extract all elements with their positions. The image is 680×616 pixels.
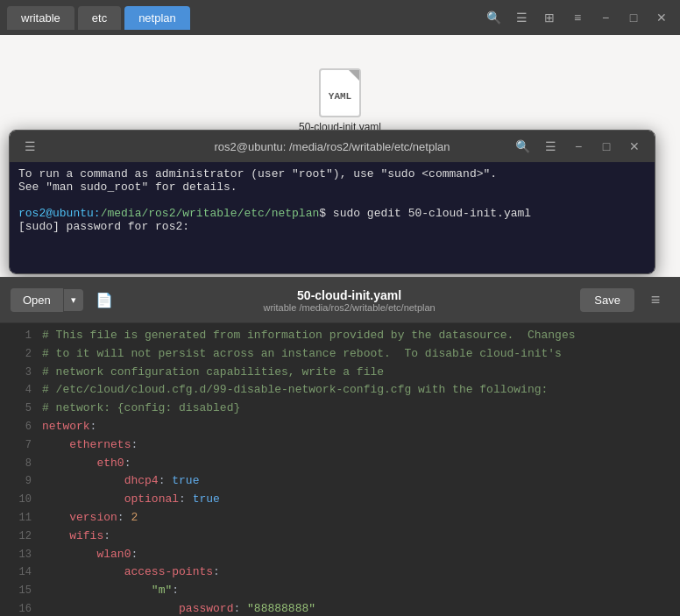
code-line-10: 10 optional: true xyxy=(0,491,680,509)
code-line-6: 6 network: xyxy=(0,418,680,436)
fm-close-btn[interactable]: ✕ xyxy=(650,6,673,29)
fm-search-btn[interactable]: 🔍 xyxy=(482,6,505,29)
open-button[interactable]: Open xyxy=(11,288,63,312)
open-button-group: Open ▾ xyxy=(11,288,83,312)
open-dropdown-btn[interactable]: ▾ xyxy=(63,289,83,311)
terminal-path: /media/ros2/writable/etc/netplan xyxy=(101,207,320,220)
terminal-prompt: ros2@ubuntu: xyxy=(18,207,101,220)
code-line-7: 7 ethernets: xyxy=(0,436,680,455)
code-line-13: 13 wlan0: xyxy=(0,546,680,564)
terminal-hamburger-btn[interactable]: ☰ xyxy=(539,135,562,158)
editor-title-area: 50-cloud-init.yaml writable /media/ros2/… xyxy=(263,288,435,313)
terminal-line-2: See "man sudo_root" for details. xyxy=(18,181,646,194)
fm-maximize-btn[interactable]: □ xyxy=(622,6,645,29)
fm-grid-btn[interactable]: ⊞ xyxy=(538,6,561,29)
code-line-15: 15 "m": xyxy=(0,582,680,600)
terminal-maximize-btn[interactable]: □ xyxy=(595,135,618,158)
terminal-line-4: ros2@ubuntu:/media/ros2/writable/etc/net… xyxy=(18,207,646,220)
terminal-left-controls: ☰ xyxy=(18,135,41,158)
fm-minimize-btn[interactable]: − xyxy=(594,6,617,29)
terminal-line-3 xyxy=(18,194,646,207)
editor-content[interactable]: 1 # This file is generated from informat… xyxy=(0,323,680,616)
code-line-4: 4 # /etc/cloud/cloud.cfg.d/99-disable-ne… xyxy=(0,381,680,400)
terminal-right-controls: 🔍 ☰ − □ ✕ xyxy=(511,135,646,158)
yaml-icon: YAML xyxy=(319,68,361,117)
tab-netplan[interactable]: netplan xyxy=(124,6,190,30)
editor-window: Open ▾ 📄 50-cloud-init.yaml writable /me… xyxy=(0,277,680,616)
code-line-11: 11 version: 2 xyxy=(0,509,680,527)
code-line-12: 12 wifis: xyxy=(0,527,680,546)
editor-toolbar: Open ▾ 📄 50-cloud-init.yaml writable /me… xyxy=(0,278,680,323)
fm-menu-btn[interactable]: ≡ xyxy=(566,6,589,29)
save-button[interactable]: Save xyxy=(580,288,634,312)
code-line-14: 14 access-points: xyxy=(0,563,680,582)
code-line-5: 5 # network: {config: disabled} xyxy=(0,400,680,418)
editor-filepath: writable /media/ros2/writable/etc/netpla… xyxy=(263,302,435,313)
terminal-window: ☰ ros2@ubuntu: /media/ros2/writable/etc/… xyxy=(9,130,655,274)
code-line-2: 2 # to it will not persist across an ins… xyxy=(0,345,680,364)
code-line-3: 3 # network configuration capabilities, … xyxy=(0,364,680,382)
code-line-16: 16 password: "88888888" xyxy=(0,600,680,616)
file-manager-titlebar: writable etc netplan 🔍 ☰ ⊞ ≡ − □ ✕ xyxy=(0,0,680,35)
terminal-line-1: To run a command as administrator (user … xyxy=(18,167,646,181)
editor-filename: 50-cloud-init.yaml xyxy=(263,288,435,302)
terminal-line-5: [sudo] password for ros2: xyxy=(18,220,646,233)
terminal-close-btn[interactable]: ✕ xyxy=(623,135,646,158)
terminal-menu-icon[interactable]: ☰ xyxy=(18,135,41,158)
tab-writable[interactable]: writable xyxy=(7,6,74,30)
code-line-1: 1 # This file is generated from informat… xyxy=(0,327,680,345)
code-line-9: 9 dhcp4: true xyxy=(0,472,680,491)
code-line-8: 8 eth0: xyxy=(0,455,680,473)
fm-list-btn[interactable]: ☰ xyxy=(510,6,533,29)
terminal-body[interactable]: To run a command as administrator (user … xyxy=(10,162,655,273)
editor-toolbar-left: Open ▾ 📄 xyxy=(11,287,118,315)
terminal-title: ros2@ubuntu: /media/ros2/writable/etc/ne… xyxy=(214,140,450,153)
editor-toolbar-right: Save ≡ xyxy=(580,287,669,315)
tab-etc[interactable]: etc xyxy=(78,6,121,30)
editor-menu-btn[interactable]: ≡ xyxy=(641,287,669,315)
editor-file-icon-btn[interactable]: 📄 xyxy=(90,287,118,315)
terminal-titlebar: ☰ ros2@ubuntu: /media/ros2/writable/etc/… xyxy=(10,131,655,162)
terminal-dollar: $ sudo gedit 50-cloud-init.yaml xyxy=(319,207,531,220)
terminal-search-btn[interactable]: 🔍 xyxy=(511,135,534,158)
yaml-file-icon[interactable]: YAML 50-cloud-init.yaml xyxy=(292,61,388,140)
terminal-minimize-btn[interactable]: − xyxy=(567,135,590,158)
